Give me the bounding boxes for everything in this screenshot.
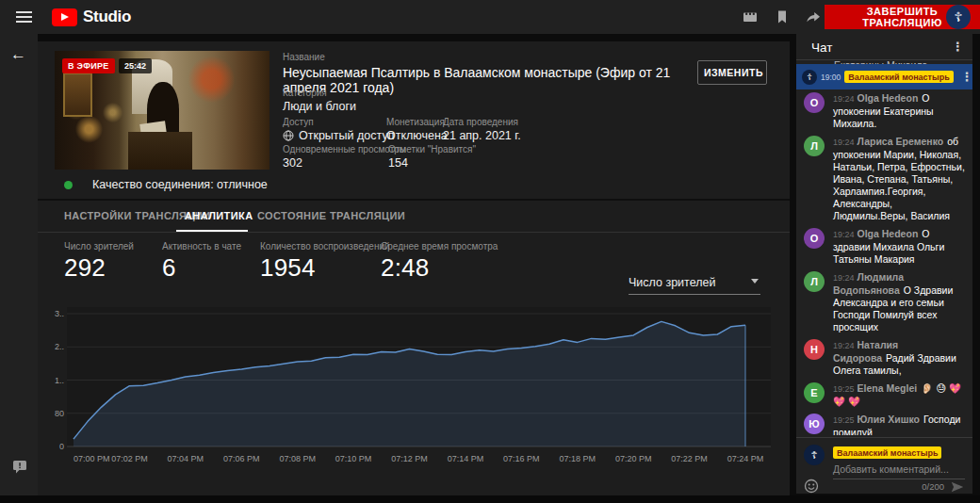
pinned-message[interactable]: ☦ 19:00 Валаамский монастырь Чтец -... ⋮ bbox=[796, 64, 972, 89]
playbacks-stat-value: 1954 bbox=[260, 253, 316, 283]
back-arrow-icon[interactable]: ← bbox=[10, 45, 26, 64]
chat-avatar[interactable]: Ю bbox=[804, 414, 825, 434]
chat-message-body: 19:24Лариса Еременкооб упокоении Марии, … bbox=[833, 136, 967, 222]
chat-title: Чат bbox=[811, 41, 832, 55]
svg-text:2..: 2.. bbox=[55, 342, 64, 351]
chat-message-body: 19:24Людмила ВодопьяноваО Здравии Алекса… bbox=[833, 271, 967, 333]
chat-header: Чат ⋮ bbox=[796, 34, 972, 60]
icon-frame-shape bbox=[63, 73, 92, 117]
date-value: 21 апр. 2021 г. bbox=[443, 129, 521, 142]
privacy-value: Открытый доступ bbox=[283, 129, 394, 142]
svg-text:07:12 PM: 07:12 PM bbox=[391, 454, 428, 463]
privacy-label: Доступ bbox=[283, 117, 314, 127]
chat-message-time: 19:24 bbox=[833, 230, 855, 239]
edit-button[interactable]: ИЗМЕНИТЬ bbox=[697, 60, 767, 85]
menu-icon[interactable] bbox=[16, 11, 32, 23]
svg-text:07:20 PM: 07:20 PM bbox=[615, 454, 652, 463]
monetization-value: Отключена bbox=[386, 129, 448, 142]
svg-text:07:22 PM: 07:22 PM bbox=[671, 454, 708, 463]
chat-menu-icon[interactable]: ⋮ bbox=[952, 41, 964, 53]
svg-text:07:24 PM: 07:24 PM bbox=[727, 454, 764, 463]
chat-message-author: Юлия Хишко bbox=[858, 414, 920, 425]
chat-message: E 19:25Elena Meglei👂🏻 😓 💖 💖 💖 bbox=[804, 382, 969, 408]
chat-message-text: об упокоении Марии, Николая, Натальи, Пе… bbox=[833, 136, 965, 221]
svg-text:3..: 3.. bbox=[55, 309, 64, 318]
youtube-studio-logo[interactable]: Studio bbox=[52, 8, 131, 26]
chat-message-author: Olga Hedeon bbox=[858, 228, 919, 239]
chat-avatar[interactable]: E bbox=[804, 382, 825, 403]
channel-avatar[interactable]: ☦ bbox=[946, 5, 971, 29]
bottom-edge-strip bbox=[0, 495, 980, 503]
svg-text:07:18 PM: 07:18 PM bbox=[559, 454, 596, 463]
bookmark-icon[interactable] bbox=[774, 8, 791, 25]
video-title: Неусыпаемая Псалтирь в Валаамском монаст… bbox=[283, 65, 697, 95]
left-rail: ← bbox=[0, 34, 38, 503]
chat-message-time: 19:25 bbox=[833, 384, 855, 394]
film-icon[interactable] bbox=[742, 8, 759, 25]
svg-text:1..: 1.. bbox=[55, 376, 64, 385]
metric-dropdown[interactable]: Число зрителей bbox=[629, 273, 760, 295]
chat-message: Н 19:24Наталия СидороваРадий Здравии Оле… bbox=[804, 339, 969, 377]
chat-avatar[interactable]: Л bbox=[804, 136, 825, 156]
category-label: Категория bbox=[283, 88, 327, 98]
stream-dashboard-panel: В ЭФИРЕ 25:42 Название Неусыпаемая Псалт… bbox=[38, 41, 790, 495]
privacy-text: Открытый доступ bbox=[299, 129, 394, 142]
likes-value: 154 bbox=[388, 156, 408, 170]
pinned-time: 19:00 bbox=[821, 73, 841, 82]
owner-badge: Валаамский монастырь bbox=[844, 71, 953, 83]
tab-stream-health[interactable]: СОСТОЯНИЕ ТРАНСЛЯЦИИ bbox=[257, 210, 405, 221]
feedback-icon[interactable] bbox=[11, 458, 28, 475]
avg-watchtime-stat-value: 2:48 bbox=[381, 253, 429, 283]
chevron-down-icon bbox=[751, 279, 759, 284]
chat-message: Л 19:24Лариса Еременкооб упокоении Марии… bbox=[804, 136, 969, 222]
chat-message-body: 19:24Наталия СидороваРадий Здравии Олега… bbox=[833, 339, 967, 377]
emoji-picker-icon[interactable] bbox=[804, 479, 819, 494]
chat-message: O 19:24Olga HedeonО здравии Михаила Ольг… bbox=[804, 228, 969, 266]
chat-message-time: 19:25 bbox=[833, 415, 855, 425]
category-value: Люди и блоги bbox=[283, 100, 356, 113]
concurrent-views-value: 302 bbox=[283, 156, 302, 170]
tab-analytics[interactable]: АНАЛИТИКА bbox=[185, 210, 253, 221]
active-tab-underline bbox=[176, 230, 248, 232]
share-icon[interactable] bbox=[805, 8, 822, 25]
date-label: Дата проведения bbox=[443, 117, 518, 127]
svg-text:07:16 PM: 07:16 PM bbox=[503, 454, 540, 463]
chat-message-list[interactable]: O 19:24Olga HedeonО упокоении Екатерины … bbox=[796, 90, 969, 435]
pinned-menu-icon[interactable]: ⋮ bbox=[961, 71, 973, 83]
chat-message-body: 19:24Olga HedeonО здравии Михаила Ольги … bbox=[833, 228, 967, 266]
live-badge: В ЭФИРЕ bbox=[62, 58, 115, 73]
chat-message-time: 19:24 bbox=[833, 138, 855, 147]
chat-message-author: Elena Meglei bbox=[858, 382, 918, 394]
chat-message-body: 19:25Elena Meglei👂🏻 😓 💖 💖 💖 bbox=[833, 382, 967, 408]
svg-text:07:10 PM: 07:10 PM bbox=[335, 454, 372, 463]
metric-dropdown-value: Число зрителей bbox=[629, 276, 715, 289]
svg-text:07:02 PM: 07:02 PM bbox=[111, 454, 148, 463]
svg-text:80: 80 bbox=[55, 409, 64, 418]
globe-icon bbox=[283, 130, 294, 141]
chat-message: Л 19:24Людмила ВодопьяноваО Здравии Алек… bbox=[804, 271, 969, 333]
char-counter: 0/200 bbox=[922, 481, 944, 492]
live-preview-thumbnail: В ЭФИРЕ 25:42 bbox=[55, 51, 270, 170]
title-label: Название bbox=[283, 52, 325, 62]
playbacks-stat-label: Количество воспроизведений bbox=[260, 241, 390, 252]
chat-message-time: 19:24 bbox=[833, 94, 855, 104]
chat-message-time: 19:24 bbox=[833, 273, 855, 283]
lectern-shape bbox=[128, 132, 192, 170]
send-icon[interactable] bbox=[950, 479, 965, 495]
chat-avatar[interactable]: O bbox=[804, 92, 825, 113]
likes-label: Отметки "Нравится" bbox=[388, 144, 476, 154]
chat-panel: Чат ⋮ Екатерины Михаила ☦ 19:00 Валаамск… bbox=[796, 34, 972, 494]
chat-avatar[interactable]: Л bbox=[804, 271, 825, 292]
svg-text:07:08 PM: 07:08 PM bbox=[279, 454, 316, 463]
svg-text:07:14 PM: 07:14 PM bbox=[448, 454, 484, 463]
elapsed-time-badge: 25:42 bbox=[119, 58, 152, 73]
tabs-bar: НАСТРОЙКИ ТРАНСЛЯЦИИ АНАЛИТИКА СОСТОЯНИЕ… bbox=[38, 201, 790, 233]
youtube-play-icon bbox=[52, 8, 77, 26]
studio-wordmark: Studio bbox=[83, 8, 131, 26]
svg-text:07:04 PM: 07:04 PM bbox=[168, 454, 204, 463]
chat-activity-stat-value: 6 bbox=[162, 253, 176, 283]
chat-avatar[interactable]: O bbox=[804, 228, 825, 249]
viewers-chart: 0801..2..3..07:00 PM07:02 PM07:04 PM07:0… bbox=[52, 307, 777, 473]
comment-input[interactable]: Добавить комментарий... bbox=[833, 463, 965, 479]
chat-avatar[interactable]: Н bbox=[804, 339, 825, 360]
